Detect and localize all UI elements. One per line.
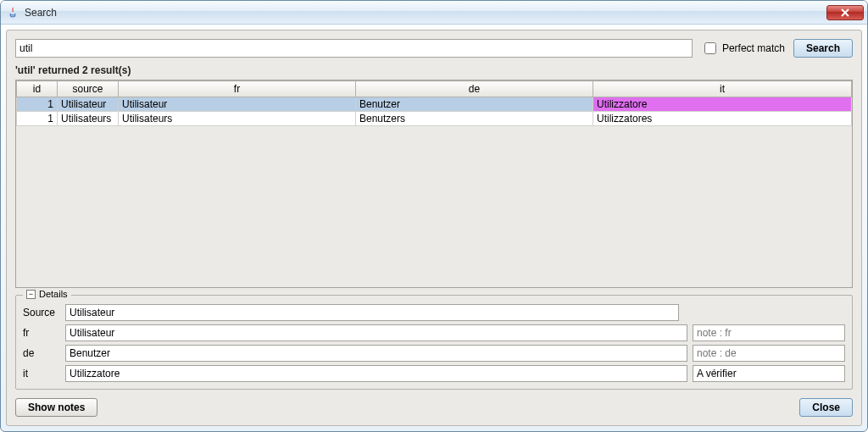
details-fr-input[interactable] <box>65 324 687 341</box>
table-cell[interactable]: Utilizzatores <box>593 112 852 126</box>
col-source[interactable]: source <box>58 81 119 97</box>
search-window: Search Perfect match Search 'util' retur… <box>0 0 868 432</box>
content-panel: Perfect match Search 'util' returned 2 r… <box>6 30 862 426</box>
results-table-container: id source fr de it 1UtilisateurUtilisate… <box>15 80 853 288</box>
search-input[interactable] <box>15 39 693 58</box>
col-id[interactable]: id <box>17 81 58 97</box>
table-cell[interactable]: Benutzers <box>356 112 593 126</box>
label-it: it <box>23 368 60 379</box>
table-empty-area <box>16 126 852 287</box>
titlebar: Search <box>1 1 867 25</box>
table-cell[interactable]: Utilisateur <box>119 97 356 112</box>
close-button[interactable]: Close <box>799 398 853 417</box>
table-cell[interactable]: 1 <box>17 97 58 112</box>
collapse-icon[interactable]: − <box>26 290 36 299</box>
details-legend-text: Details <box>39 289 68 299</box>
table-cell[interactable]: Benutzer <box>356 97 593 112</box>
details-source-input[interactable] <box>65 304 679 321</box>
search-button[interactable]: Search <box>793 39 853 58</box>
details-de-input[interactable] <box>65 345 687 362</box>
table-cell[interactable]: Utilisateurs <box>119 112 356 126</box>
col-it[interactable]: it <box>593 81 852 97</box>
perfect-match-label: Perfect match <box>722 42 785 54</box>
window-title: Search <box>25 7 57 19</box>
window-close-button[interactable] <box>826 5 864 20</box>
java-icon <box>6 6 19 19</box>
table-header-row: id source fr de it <box>17 81 852 97</box>
table-row[interactable]: 1UtilisateursUtilisateursBenutzersUtiliz… <box>17 112 852 126</box>
results-label: 'util' returned 2 result(s) <box>15 64 853 76</box>
details-it-note[interactable] <box>693 365 845 382</box>
details-panel: − Details Source fr de it <box>15 295 853 390</box>
col-de[interactable]: de <box>356 81 593 97</box>
details-legend: − Details <box>23 289 71 299</box>
label-de: de <box>23 347 60 359</box>
col-fr[interactable]: fr <box>119 81 356 97</box>
results-table: id source fr de it 1UtilisateurUtilisate… <box>16 80 852 126</box>
details-de-note[interactable] <box>693 345 845 362</box>
details-it-input[interactable] <box>65 365 687 382</box>
footer-row: Show notes Close <box>15 398 853 417</box>
table-cell[interactable]: Utilisateurs <box>58 112 119 126</box>
label-source: Source <box>23 307 60 318</box>
perfect-match-option[interactable]: Perfect match <box>701 40 785 57</box>
search-row: Perfect match Search <box>15 39 853 58</box>
show-notes-button[interactable]: Show notes <box>15 398 97 417</box>
details-fr-note[interactable] <box>693 324 845 341</box>
label-fr: fr <box>23 327 60 339</box>
table-cell[interactable]: 1 <box>17 112 58 126</box>
table-cell[interactable]: Utilisateur <box>58 97 119 112</box>
perfect-match-checkbox[interactable] <box>704 42 716 54</box>
table-row[interactable]: 1UtilisateurUtilisateurBenutzerUtilizzat… <box>17 97 852 112</box>
table-cell[interactable]: Utilizzatore <box>593 97 852 112</box>
